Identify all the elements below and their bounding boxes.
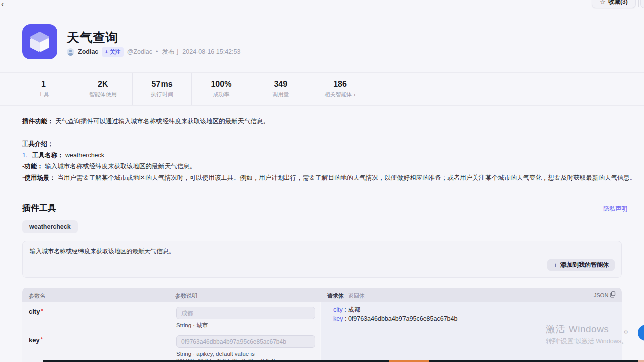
topbar-divider [638,0,639,7]
add-button-label: 添加到我的智能体 [560,261,609,269]
request-field-city: city : 成都 [333,306,360,314]
favorite-label: 收藏(3) [608,0,628,6]
byline: Zodiac + 关注 @Zodiac • 发布于 2024-08-16 15:… [67,47,240,56]
author-name[interactable]: Zodiac [78,48,98,55]
desc-line-feature: -功能： 输入城市名称或经纬度来获取该地区的最新天气信息。 [22,162,196,171]
privacy-statement-link[interactable]: 隐私声明 [603,205,627,213]
section-divider [0,193,644,193]
chevron-right-icon: › [354,91,356,98]
stat-exec-time: 57ms 执行时间 [133,73,192,105]
city-input[interactable] [176,307,315,319]
param-meta-city: String · 城市 [176,322,208,329]
floating-assistant-button[interactable] [638,325,644,341]
request-field-key: key : 0f9763a46dbba4b97a95c6e85ac67b4b [333,315,457,322]
column-param-name: 参数名 [29,292,45,300]
request-body-preview: city : 成都 key : 0f9763a46dbba4b97a95c6e8… [321,302,622,362]
stat-label: 成功率 [213,91,229,98]
plugin-logo-cube-icon [22,24,57,59]
plugin-tools-heading: 插件工具 [22,202,56,214]
favorite-button[interactable]: ☆ 收藏(3) [592,0,636,8]
gear-icon[interactable]: ⚙ [624,329,628,335]
desc-line-use-case: -使用场景： 当用户需要了解某个城市或地区的天气情况时，可以使用该工具。例如，用… [22,173,636,183]
stat-value: 1 [41,80,46,89]
stat-value: 186 [333,80,347,89]
tab-weathercheck[interactable]: weathercheck [22,220,78,233]
stat-agents-using: 2K 智能体使用 [73,73,133,105]
stat-tools: 1 工具 [14,73,73,105]
stat-related-agents[interactable]: 186 相关智能体 › [310,73,369,105]
author-handle: @Zodiac [127,48,152,55]
stat-label: 相关智能体 [325,91,352,98]
key-input[interactable] [176,335,315,348]
column-param-desc: 参数说明 [175,292,197,300]
tab-response-body[interactable]: 返回体 [348,292,365,300]
page-title: 天气查询 [67,29,118,46]
stat-value: 349 [274,80,287,89]
stat-label: 工具 [38,91,49,98]
stat-label: 智能体使用 [89,91,117,98]
stats-bar: 1 工具 2K 智能体使用 57ms 执行时间 100% 成功率 349 调用量… [0,72,644,106]
desc-line-intro: 工具介绍： [22,139,54,149]
author-avatar [67,48,74,56]
add-to-my-agents-button[interactable]: + 添加到我的智能体 [547,259,615,271]
parameters-table-header: 参数名 参数说明 请求体 返回体 JSON [22,288,622,302]
dot-separator: • [156,48,158,55]
tab-request-body[interactable]: 请求体 [327,292,344,300]
desc-line-function: 插件功能： 天气查询插件可以通过输入城市名称或经纬度来获取该地区的最新天气信息。 [22,117,269,126]
star-icon: ☆ [600,0,606,6]
stat-label: 执行时间 [151,91,173,98]
offscreen-button-sliver[interactable] [640,0,644,8]
stat-label: 调用量 [272,91,289,98]
plus-icon: + [553,261,557,269]
param-name-city: city* [29,308,43,315]
tool-description-card: 输入城市名称或经纬度来获取该地区的最新天气信息。 + 添加到我的智能体 [22,241,622,278]
parameters-list: city* String · 城市 key* String · apikey, … [22,302,320,362]
stat-call-volume: 349 调用量 [251,73,310,105]
required-asterisk: * [41,336,43,342]
plugin-detail-page: ‹ ☆ 收藏(3) 天气查询 Zodiac + 关注 @Zodiac • 发布于… [0,0,644,362]
required-asterisk: * [41,308,43,314]
stat-value: 100% [211,80,231,89]
json-toggle[interactable]: JSON [594,292,608,298]
stat-value: 57ms [152,80,173,89]
parameters-table: 参数名 参数说明 请求体 返回体 JSON city* String · 城市 … [22,288,622,362]
copy-icon[interactable] [610,291,616,299]
tool-description-text: 输入城市名称或经纬度来获取该地区的最新天气信息。 [30,247,175,256]
follow-button[interactable]: + 关注 [102,47,123,57]
desc-line-tool-name: 1. 工具名称： weathercheck [22,151,104,160]
param-name-key: key* [29,336,43,344]
published-date: 发布于 2024-08-16 15:42:53 [162,48,240,56]
back-button[interactable]: ‹ [1,0,4,8]
stat-value: 2K [98,80,108,89]
stat-success-rate: 100% 成功率 [192,73,251,105]
